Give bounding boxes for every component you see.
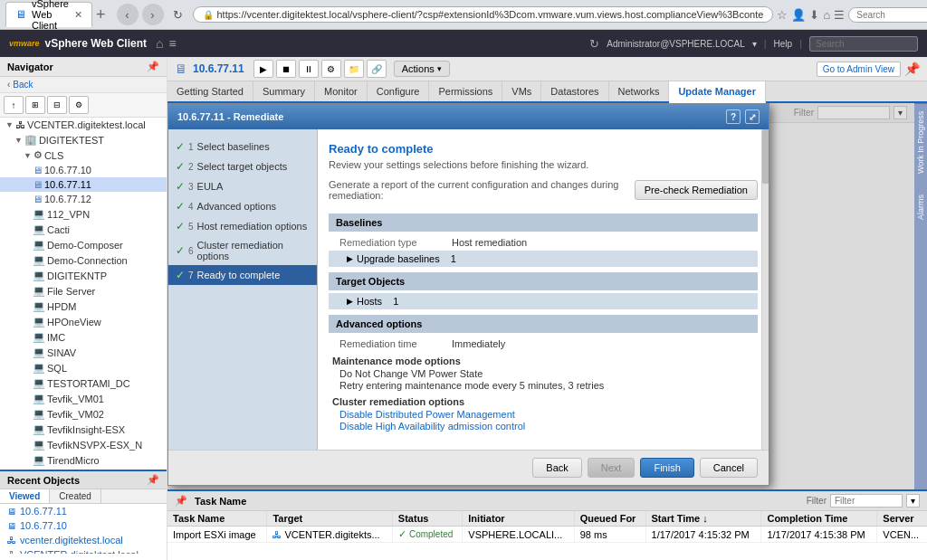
tree-item-host-3[interactable]: 🖥 10.6.77.12 [0, 192, 167, 206]
subsection-row[interactable]: ▶ Hosts 1 [329, 293, 758, 309]
browser-search-input[interactable] [848, 7, 927, 23]
tab-configure[interactable]: Configure [368, 81, 430, 101]
sidebar-filter-btn[interactable]: ⚙ [69, 96, 89, 114]
tree-item-vm-9[interactable]: 💻 IMC [0, 329, 167, 345]
tab-monitor[interactable]: Monitor [315, 81, 368, 101]
refresh-icon[interactable]: ↻ [589, 37, 599, 51]
tree-item-vm-13[interactable]: 💻 Tevfik_VM01 [0, 391, 167, 406]
finish-button[interactable]: Finish [640, 458, 693, 478]
list-item[interactable]: 🖧 vcenter.digitektest.local [0, 533, 167, 547]
back-button[interactable]: Back [532, 458, 581, 478]
dialog-help-icon[interactable]: ? [726, 109, 741, 124]
reload-button[interactable]: ↻ [167, 4, 189, 25]
actions-button[interactable]: Actions ▾ [394, 61, 450, 77]
tree-item-vm-11[interactable]: 💻 SQL [0, 360, 167, 375]
tree-item-cluster[interactable]: ▼ ⚙ CLS [0, 147, 167, 163]
tree-item-vm-8[interactable]: 💻 HPOneView [0, 314, 167, 329]
tree-item-vm-14[interactable]: 💻 Tevfik_VM02 [0, 406, 167, 422]
tree-item-vm-7[interactable]: 💻 HPDM [0, 299, 167, 314]
tab-viewed[interactable]: Viewed [0, 489, 50, 503]
profile-icon[interactable]: 👤 [791, 8, 806, 22]
wizard-step-7[interactable]: ✓ 7 Ready to complete [168, 265, 317, 285]
wizard-step-2[interactable]: ✓ 2 Select target objects [168, 157, 317, 176]
sidebar-expand-btn[interactable]: ⊞ [25, 96, 45, 114]
admin-view-btn[interactable]: Go to Admin View [817, 62, 901, 77]
work-in-progress-tab[interactable]: Work In Progress [914, 103, 927, 180]
bottom-panel-pin-icon[interactable]: 📌 [175, 495, 187, 507]
sidebar-collapse-btn[interactable]: ⊟ [47, 96, 67, 114]
browser-tab[interactable]: 🖥 vSphere Web Client ✕ [5, 2, 92, 27]
list-item[interactable]: 🖥 10.6.77.10 [0, 518, 167, 533]
tree-item-vm-2[interactable]: 💻 Cacti [0, 222, 167, 237]
tree-item-host-1[interactable]: 🖥 10.6.77.10 [0, 163, 167, 177]
recent-pin-icon[interactable]: 📌 [147, 474, 159, 486]
check-icon-7: ✓ [176, 269, 185, 281]
remediate-dialog: 10.6.77.11 - Remediate ? ⤢ ✓ [167, 103, 769, 486]
tree-item-vm-6[interactable]: 💻 File Server [0, 283, 167, 299]
list-item[interactable]: 🖥 10.6.77.11 [0, 504, 167, 518]
list-item[interactable]: 🖧 VCENTER.digitektest.local [0, 547, 167, 554]
wizard-step-3[interactable]: ✓ 3 EULA [168, 176, 317, 196]
settings-icon[interactable]: ⚙ [321, 60, 341, 78]
menu-nav-icon[interactable]: ≡ [168, 36, 176, 51]
home-icon[interactable]: ⌂ [823, 8, 830, 22]
bottom-filter-dropdown[interactable]: ▾ [906, 494, 920, 508]
tab-created[interactable]: Created [50, 489, 101, 503]
app-search-input[interactable] [809, 36, 918, 52]
wizard-step-1[interactable]: ✓ 1 Select baselines [168, 137, 317, 157]
folder-icon[interactable]: 📁 [344, 60, 364, 78]
tab-summary[interactable]: Summary [253, 81, 315, 101]
advanced-options-section-header[interactable]: Advanced options [329, 315, 758, 333]
bottom-filter-input[interactable] [830, 494, 903, 508]
tree-item-vm-3[interactable]: 💻 Demo-Composer [0, 237, 167, 252]
tree-item-vm-12[interactable]: 💻 TESTORTAMI_DC [0, 375, 167, 391]
task-row-1[interactable]: Import ESXi image 🖧 VCENTER.digitekts...… [167, 527, 927, 543]
tab-permissions[interactable]: Permissions [429, 81, 502, 101]
wizard-step-6[interactable]: ✓ 6 Cluster remediation options [168, 236, 317, 265]
tab-getting-started[interactable]: Getting Started [167, 81, 253, 101]
subsection-row[interactable]: ▶ Upgrade baselines 1 [329, 251, 758, 267]
baselines-section-header[interactable]: Baselines [329, 214, 758, 232]
tree-item-vm-1[interactable]: 💻 112_VPN [0, 206, 167, 222]
sidebar-up-btn[interactable]: ↑ [4, 96, 24, 114]
tree-item-datacenter[interactable]: ▼ 🏢 DIGITEKTEST [0, 132, 167, 147]
wizard-step-5[interactable]: ✓ 5 Host remediation options [168, 216, 317, 236]
tree-item-vm-4[interactable]: 💻 Demo-Connection [0, 252, 167, 268]
back-nav-button[interactable]: ‹ [117, 4, 139, 25]
new-tab-button[interactable]: + [96, 5, 106, 24]
tab-vms[interactable]: VMs [502, 81, 541, 101]
power-off-icon[interactable]: ⏹ [276, 60, 296, 78]
dialog-expand-icon[interactable]: ⤢ [745, 109, 760, 124]
tree-item-vm-10[interactable]: 💻 SINAV [0, 345, 167, 360]
sidebar-pin-icon[interactable]: 📌 [147, 61, 159, 72]
precheck-remediation-button[interactable]: Pre-check Remediation [635, 180, 758, 200]
help-label[interactable]: Help [774, 39, 793, 49]
target-objects-section-header[interactable]: Target Objects [329, 272, 758, 290]
bookmark-icon[interactable]: ☆ [777, 8, 788, 22]
pause-icon[interactable]: ⏸ [299, 60, 319, 78]
download-icon[interactable]: ⬇ [809, 8, 819, 22]
tab-update-manager[interactable]: Update Manager [669, 81, 766, 103]
user-dropdown-icon[interactable]: ▾ [752, 39, 757, 49]
next-button[interactable]: Next [588, 458, 636, 478]
home-nav-icon[interactable]: ⌂ [156, 36, 163, 51]
toolbar-pin-icon[interactable]: 📌 [904, 62, 920, 76]
tree-item-vm-15[interactable]: 💻 TevfikInsight-ESX [0, 422, 167, 437]
tab-networks[interactable]: Networks [609, 81, 670, 101]
wizard-step-4[interactable]: ✓ 4 Advanced options [168, 196, 317, 216]
tree-item-vm-5[interactable]: 💻 DIGITEKNTP [0, 268, 167, 283]
alarms-tab[interactable]: Alarms [914, 180, 927, 234]
tab-close-icon[interactable]: ✕ [74, 9, 82, 21]
tree-item-host-2-selected[interactable]: 🖥 10.6.77.11 [0, 177, 167, 192]
forward-nav-button[interactable]: › [142, 4, 164, 25]
tree-item-vm-16[interactable]: 💻 TevfikNSVPX-ESX_N [0, 437, 167, 452]
menu-icon[interactable]: ☰ [834, 8, 845, 22]
address-bar[interactable]: 🔒 https://vcenter.digitektest.local/vsph… [193, 6, 774, 23]
tab-datastores[interactable]: Datastores [541, 81, 608, 101]
cancel-button[interactable]: Cancel [700, 458, 758, 478]
link-icon[interactable]: 🔗 [367, 60, 387, 78]
power-on-icon[interactable]: ▶ [253, 60, 273, 78]
tree-item-vm-17[interactable]: 💻 TirendMicro [0, 452, 167, 468]
tree-item-vcenter[interactable]: ▼ 🖧 VCENTER.digitektest.local [0, 118, 167, 132]
back-button[interactable]: Back [13, 80, 33, 90]
